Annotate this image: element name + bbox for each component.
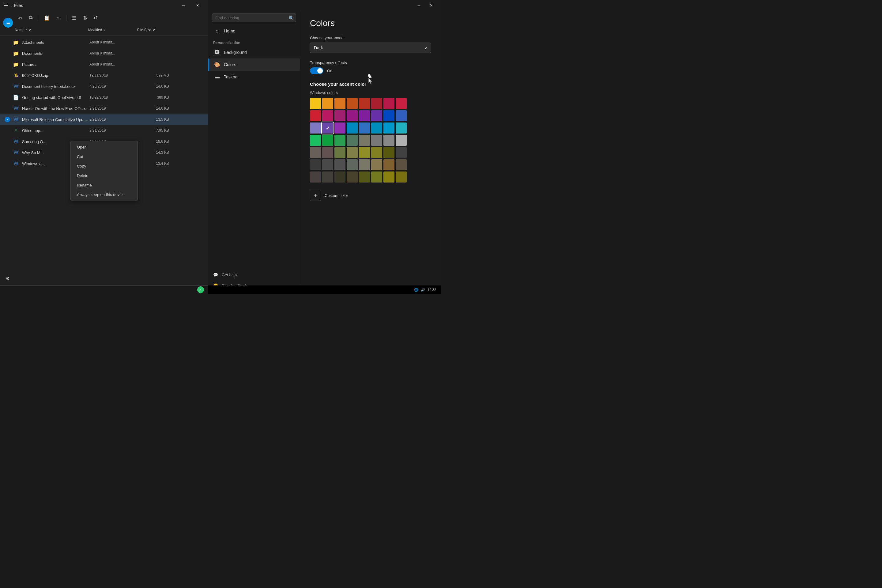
sort-button[interactable]: ⇅ (81, 14, 89, 22)
nav-item-taskbar[interactable]: ▬ Taskbar (208, 71, 300, 83)
color-swatch[interactable] (346, 147, 358, 158)
file-row[interactable]: 📁 Pictures About a minut... (0, 59, 208, 70)
color-swatch[interactable] (359, 98, 370, 109)
color-swatch[interactable] (322, 123, 333, 134)
paste-button[interactable]: 📋 (41, 14, 52, 22)
file-row[interactable]: W Document history tutorial.docx 4/23/20… (0, 81, 208, 92)
context-delete[interactable]: Delete (71, 171, 138, 180)
color-swatch[interactable] (322, 110, 333, 121)
color-swatch[interactable] (371, 123, 382, 134)
color-swatch[interactable] (334, 171, 345, 183)
column-header-modified[interactable]: Modified ∨ (88, 28, 137, 32)
row-checkbox[interactable] (4, 149, 11, 156)
row-checkbox[interactable] (4, 50, 11, 57)
color-swatch[interactable] (346, 98, 358, 109)
file-row[interactable]: W Hands-On with the New Free Office Ap..… (0, 103, 208, 114)
context-open[interactable]: Open (71, 142, 138, 152)
color-swatch[interactable] (310, 98, 321, 109)
file-row[interactable]: 🗜 965YOKDJ.zip 12/11/2018 892 MB (0, 70, 208, 81)
nav-item-colors[interactable]: 🎨 Colors (208, 58, 300, 71)
file-row[interactable]: 📁 Documents About a minut... (0, 48, 208, 59)
color-swatch[interactable] (371, 110, 382, 121)
color-swatch[interactable] (383, 135, 394, 146)
file-row-selected[interactable]: ✓ W Microsoft Release Cumulative Update.… (0, 114, 208, 125)
row-checkbox[interactable] (4, 105, 11, 112)
color-swatch[interactable] (383, 147, 394, 158)
color-swatch[interactable] (334, 110, 345, 121)
context-rename[interactable]: Rename (71, 180, 138, 190)
color-swatch[interactable] (396, 110, 407, 121)
column-header-name[interactable]: Name ↑ ∨ (15, 28, 88, 32)
settings-close-button[interactable]: ✕ (425, 1, 437, 10)
context-keep-on-device[interactable]: Always keep on this device (71, 190, 138, 200)
color-swatch[interactable] (322, 171, 333, 183)
row-checkbox[interactable] (4, 160, 11, 167)
copy-button[interactable]: ⧉ (27, 14, 35, 22)
color-swatch[interactable] (346, 123, 358, 134)
cut-button[interactable]: ✂ (16, 14, 25, 22)
file-row[interactable]: X Office app... 2/21/2019 7.95 KB (0, 125, 208, 136)
row-checkbox[interactable] (4, 82, 11, 90)
transparency-toggle[interactable] (310, 68, 323, 74)
row-checkbox[interactable] (4, 39, 11, 46)
close-button[interactable]: ✕ (190, 1, 205, 10)
color-swatch[interactable] (383, 110, 394, 121)
minimize-button[interactable]: ─ (176, 1, 190, 10)
color-swatch[interactable] (359, 123, 370, 134)
color-swatch[interactable] (322, 147, 333, 158)
color-swatch[interactable] (396, 171, 407, 183)
color-swatch[interactable] (359, 110, 370, 121)
nav-item-home[interactable]: ⌂ Home (208, 25, 300, 37)
file-row[interactable]: 📁 Attachments About a minut... (0, 37, 208, 48)
color-swatch[interactable] (359, 171, 370, 183)
layout-button[interactable]: ☰ (69, 14, 79, 22)
color-swatch[interactable] (371, 135, 382, 146)
row-checkbox[interactable] (4, 127, 11, 134)
color-swatch[interactable] (334, 123, 345, 134)
color-swatch[interactable] (310, 135, 321, 146)
color-swatch[interactable] (396, 98, 407, 109)
onedrive-icon[interactable]: ☁ (3, 18, 13, 28)
search-input[interactable] (212, 14, 296, 22)
custom-color-button[interactable]: + Custom color (310, 188, 431, 203)
row-checkbox[interactable] (4, 138, 11, 145)
color-swatch[interactable] (371, 171, 382, 183)
row-checkbox[interactable] (4, 61, 11, 68)
color-swatch[interactable] (371, 147, 382, 158)
color-swatch[interactable] (310, 159, 321, 170)
context-copy[interactable]: Copy (71, 161, 138, 171)
color-swatch[interactable] (383, 171, 394, 183)
settings-minimize-button[interactable]: ─ (413, 1, 425, 10)
color-swatch[interactable] (383, 98, 394, 109)
settings-icon[interactable]: ⚙ (3, 274, 12, 283)
color-swatch[interactable] (346, 135, 358, 146)
color-swatch[interactable] (371, 159, 382, 170)
color-swatch[interactable] (346, 159, 358, 170)
color-swatch[interactable] (396, 159, 407, 170)
color-swatch[interactable] (310, 171, 321, 183)
refresh-button[interactable]: ↺ (91, 14, 100, 22)
context-cut[interactable]: Cut (71, 152, 138, 161)
color-swatch[interactable] (322, 135, 333, 146)
color-swatch[interactable] (383, 159, 394, 170)
row-checkbox[interactable] (4, 72, 11, 79)
color-swatch[interactable] (383, 123, 394, 134)
color-swatch[interactable] (334, 147, 345, 158)
color-swatch[interactable] (334, 135, 345, 146)
color-swatch[interactable] (322, 98, 333, 109)
color-swatch[interactable] (346, 110, 358, 121)
column-header-size[interactable]: File Size ∨ (137, 28, 168, 32)
nav-item-background[interactable]: 🖼 Background (208, 46, 300, 58)
color-swatch[interactable] (346, 171, 358, 183)
color-swatch[interactable] (334, 159, 345, 170)
color-swatch[interactable] (310, 147, 321, 158)
color-swatch[interactable] (396, 147, 407, 158)
color-swatch[interactable] (359, 135, 370, 146)
get-help-item[interactable]: 💬 Get help (213, 270, 295, 280)
color-swatch[interactable] (359, 147, 370, 158)
color-swatch[interactable] (310, 123, 321, 134)
color-swatch[interactable] (396, 135, 407, 146)
color-swatch[interactable] (310, 110, 321, 121)
color-swatch[interactable] (359, 159, 370, 170)
color-swatch[interactable] (322, 159, 333, 170)
